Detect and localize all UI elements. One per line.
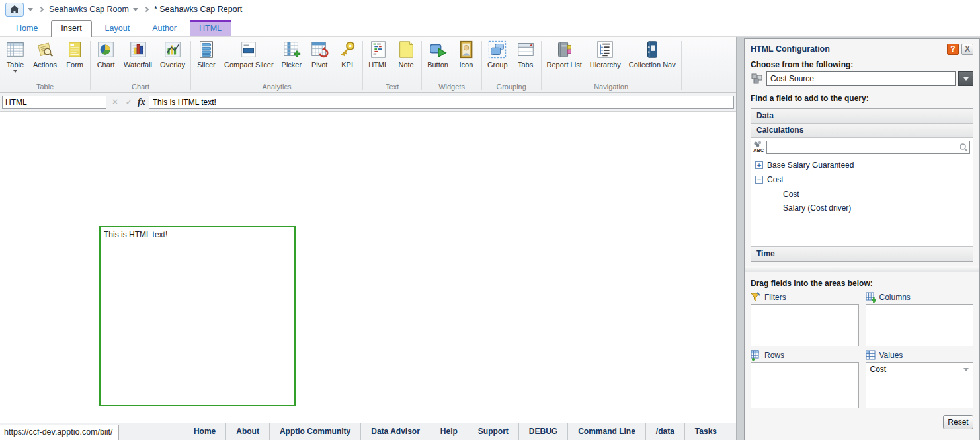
section-data[interactable]: Data [751,109,973,124]
tab-insert[interactable]: Insert [51,20,91,37]
ribbon-separator [90,41,91,90]
html-configuration-panel: HTML Configuration ? X Choose from the f… [744,38,980,440]
close-icon[interactable]: X [961,44,973,55]
footer-link-apptio-community[interactable]: Apptio Community [270,423,361,440]
tab-layout[interactable]: Layout [96,21,140,36]
accept-icon[interactable]: ✓ [124,97,134,107]
footer-link-support[interactable]: Support [468,423,519,440]
ribbon-group-label: Table [1,82,89,92]
chevron-down-icon[interactable] [963,368,969,371]
kpi-icon [337,40,357,59]
ribbon-button-pivot[interactable]: Pivot [306,38,333,69]
find-field-label: Find a field to add to the query: [751,94,973,103]
ribbon-button-hierarchy[interactable]: Hierarchy [586,38,625,69]
collection-nav-icon [642,40,662,59]
footer-link-home[interactable]: Home [184,423,226,440]
ribbon-button-icon[interactable]: Icon [452,38,480,69]
name-box[interactable] [2,96,106,109]
reset-button[interactable]: Reset [943,415,973,429]
footer-link-debug[interactable]: DEBUG [519,423,568,440]
ribbon-button-compact-slicer[interactable]: Compact Slicer [220,38,278,69]
panel-title: HTML Configuration [751,44,944,54]
source-dropdown-button[interactable] [958,71,973,86]
waterfall-icon [128,40,148,59]
ribbon-button-tabs[interactable]: Tabs [512,38,540,69]
search-icon [959,143,968,152]
ribbon-separator [421,41,422,90]
footer-link-data-advisor[interactable]: Data Advisor [361,423,430,440]
tab-home[interactable]: Home [7,21,47,36]
tree-item-cost[interactable]: − Cost [755,172,973,187]
footer-link-data[interactable]: /data [646,423,685,440]
source-select[interactable]: Cost Source [766,71,956,86]
cube-icon [751,72,764,85]
ribbon-group-label: Chart [92,82,189,92]
home-button[interactable] [5,3,24,17]
ribbon-button-button[interactable]: Button [423,38,452,69]
tree-item-base-salary-guaranteed[interactable]: + Base Salary Guaranteed [755,158,973,172]
tree-item-cost-child[interactable]: Cost [755,187,973,201]
footer-link-tasks[interactable]: Tasks [685,423,727,440]
ribbon-button-group[interactable]: Group [483,38,512,69]
collection-dropdown-caret[interactable] [133,8,138,11]
sort-abc-icon: ABC [753,141,764,154]
panel-splitter-handle[interactable] [745,266,979,272]
chart-icon [96,40,116,59]
ribbon-group-label: Analytics [192,82,361,92]
home-dropdown-caret[interactable] [28,8,33,11]
ribbon-button-waterfall[interactable]: Waterfall [120,38,156,69]
note-icon [396,40,416,59]
ribbon-button-table[interactable]: Table [1,38,29,73]
field-search-input[interactable] [766,141,970,154]
ribbon-button-overlay[interactable]: Overlay [156,38,189,69]
footer-link-help[interactable]: Help [430,423,468,440]
pivot-icon [309,40,329,59]
report-canvas[interactable]: This is HTML text! [0,112,736,423]
tree-item-salary-cost-driver[interactable]: Salary (Cost driver) [755,201,973,215]
ribbon-button-picker[interactable]: Picker [278,38,306,69]
collapse-icon[interactable]: − [755,176,763,184]
icon-icon [456,40,476,59]
expand-icon[interactable]: + [755,161,763,169]
columns-area-label: Columns [866,291,974,304]
ribbon-group-label: Navigation [543,82,680,92]
values-area-label: Values [866,349,974,362]
footer-link-about[interactable]: About [226,423,270,440]
ribbon-separator [681,41,682,90]
section-calculations[interactable]: Calculations [751,124,973,138]
values-item-cost[interactable]: Cost [866,363,973,374]
formula-input[interactable] [149,96,734,109]
ribbon-button-note[interactable]: Note [392,38,420,69]
compact-slicer-icon [239,40,259,59]
cancel-icon[interactable]: ✕ [110,97,120,107]
table-dropdown-caret[interactable] [13,70,17,73]
ribbon-button-form[interactable]: Form [61,38,89,69]
ribbon-separator [481,41,482,90]
html-widget[interactable]: This is HTML text! [99,226,296,406]
picker-icon [282,40,302,59]
ribbon-button-chart[interactable]: Chart [92,38,120,69]
help-button[interactable]: ? [947,44,959,55]
rows-icon [751,350,761,361]
formula-bar: ✕ ✓ fx [0,93,736,112]
ribbon-button-actions[interactable]: Actions [29,38,61,69]
filters-drop-zone[interactable] [751,304,859,346]
footer-link-command-line[interactable]: Command Line [568,423,646,440]
tab-html[interactable]: HTML [190,20,231,36]
footer-links: Home About Apptio Community Data Advisor… [184,423,727,440]
main-area: Table Actions Form Table Chart [0,37,737,440]
breadcrumb-collection[interactable]: Seahawks Cap Room [49,5,129,14]
html-icon [368,40,388,59]
ribbon-button-kpi[interactable]: KPI [333,38,361,69]
ribbon-button-collection-nav[interactable]: Collection Nav [625,38,680,69]
ribbon-separator [541,41,542,90]
tab-author[interactable]: Author [143,21,186,36]
ribbon-button-html[interactable]: HTML [364,38,392,69]
values-drop-zone[interactable]: Cost [866,362,974,408]
ribbon-button-report-list[interactable]: Report List [543,38,586,69]
section-time[interactable]: Time [751,246,973,261]
ribbon-button-slicer[interactable]: Slicer [192,38,220,69]
columns-drop-zone[interactable] [866,304,974,346]
breadcrumb-report[interactable]: * Seahawks Cap Report [154,5,242,14]
rows-drop-zone[interactable] [751,362,859,408]
